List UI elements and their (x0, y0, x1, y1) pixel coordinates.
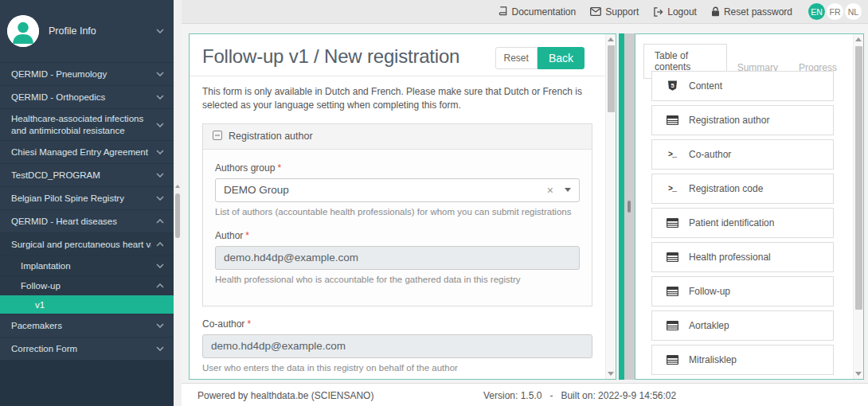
scroll-down-arrow[interactable] (855, 372, 862, 376)
required-marker: * (277, 162, 281, 174)
language-pill-en[interactable]: EN (808, 3, 825, 20)
logout-icon (653, 7, 663, 17)
version-text: Version: 1.5.0 (483, 390, 542, 401)
version-info: Version: 1.5.0 - Built on: 2022-9-9 14:5… (483, 390, 676, 401)
table-icon (666, 115, 678, 125)
topbar-link-documentation[interactable]: Documentation (498, 6, 577, 18)
language-pill-fr[interactable]: FR (827, 3, 843, 20)
sidebar-item-belgian-pilot-spine-registry[interactable]: Belgian Pilot Spine Registry (0, 186, 174, 209)
chevron-down-icon (156, 196, 164, 201)
profile-label: Profile Info (49, 25, 151, 37)
form-scroll-thumb[interactable] (608, 45, 615, 112)
version-separator: - (549, 390, 553, 401)
sidebar-item-label: Follow-up (21, 281, 151, 291)
reset-button[interactable]: Reset (495, 47, 538, 69)
sidebar-scroll-thumb[interactable] (175, 193, 180, 238)
toc-item-patient-identification[interactable]: Patient identification (651, 208, 834, 238)
toc-list: 5ContentRegistration author>_Co-author>_… (651, 71, 834, 378)
sidebar-item-profile-info[interactable]: Profile Info (0, 0, 174, 62)
sidebar-item-label: Belgian Pilot Spine Registry (11, 193, 151, 203)
chevron-down-icon (156, 323, 164, 328)
toc-item-health-professional[interactable]: Health professional (651, 242, 834, 272)
toc-item-label: Co-author (689, 149, 731, 160)
topbar-link-label: Logout (667, 6, 697, 18)
sidebar-item-label: QERMID - Heart diseases (11, 217, 151, 226)
topbar: DocumentationSupportLogoutReset password… (182, 0, 868, 24)
authors-group-select[interactable]: DEMO Group × (215, 178, 580, 202)
sidebar-item-label: Surgical and percutaneous heart valves (11, 240, 151, 249)
toc-item-registration-code[interactable]: >_Registration code (651, 174, 834, 204)
sidebar-item-v1[interactable]: v1 (0, 295, 174, 314)
scroll-up-arrow[interactable] (608, 37, 614, 41)
form-language-notice: This form is only available in Dutch and… (202, 85, 592, 113)
co-author-value: demo.hd4dp@example.com (211, 340, 346, 352)
topbar-link-reset-password[interactable]: Reset password (711, 6, 792, 18)
toc-scrollbar[interactable] (853, 34, 863, 379)
co-author-help: User who enters the data in this registr… (202, 363, 592, 373)
table-icon (666, 321, 678, 330)
chevron-up-icon (156, 219, 164, 224)
sidebar-item-surgical-and-percutaneous-heart-valves[interactable]: Surgical and percutaneous heart valves (0, 232, 174, 256)
clear-selection-icon[interactable]: × (547, 184, 553, 197)
language-switcher: ENFRNL (807, 3, 862, 20)
toc-item-mitralisklep[interactable]: Mitralisklep (651, 345, 834, 375)
splitter-grip-handle[interactable] (628, 201, 631, 213)
chevron-down-icon (156, 123, 164, 127)
sidebar-item-label: Chiesi Managed Entry Agreement (11, 147, 151, 157)
scroll-up-arrow[interactable] (175, 185, 180, 188)
toc-item-co-author[interactable]: >_Co-author (651, 139, 834, 170)
toc-item-content[interactable]: 5Content (651, 71, 834, 101)
powered-by-text: Powered by healthdata.be (SCIENSANO) (197, 390, 373, 401)
sidebar-item-pacemakers[interactable]: Pacemakers (0, 314, 174, 337)
panel-splitter-accent[interactable] (619, 33, 624, 380)
sidebar-item-qermid-pneumology[interactable]: QERMID - Pneumology (0, 62, 174, 85)
sidebar-item-qermid-orthopedics[interactable]: QERMID - Orthopedics (0, 85, 174, 108)
table-icon (666, 355, 678, 365)
sidebar: Profile Info QERMID - PneumologyQERMID -… (0, 0, 174, 406)
sidebar-item-chiesi-managed-entry-agreement[interactable]: Chiesi Managed Entry Agreement (0, 140, 174, 163)
caret-down-icon[interactable] (565, 188, 571, 192)
registration-author-section: Registration author Authors group* DEMO … (202, 123, 592, 306)
scroll-up-arrow[interactable] (855, 37, 862, 41)
form-header: Follow-up v1 / New registration Reset Ba… (190, 34, 605, 76)
form-scrollbar[interactable] (605, 34, 616, 379)
back-button[interactable]: Back (538, 47, 585, 69)
sidebar-item-qermid-heart-diseases[interactable]: QERMID - Heart diseases (0, 209, 174, 232)
panel-splitter[interactable] (624, 33, 635, 380)
toc-item-aortaklep[interactable]: Aortaklep (651, 310, 834, 341)
table-of-contents-panel: Table of contents Summary Progress 5Cont… (635, 33, 864, 380)
chevron-down-icon (156, 173, 164, 178)
sidebar-item-testdcd-program[interactable]: TestDCD_PROGRAM (0, 163, 174, 186)
form-panel: Follow-up v1 / New registration Reset Ba… (189, 33, 616, 380)
topbar-link-label: Support (605, 6, 639, 18)
author-value: demo.hd4dp@example.com (224, 252, 358, 264)
terminal-icon: >_ (666, 150, 678, 159)
sidebar-item-implantation[interactable]: Implantation (0, 256, 174, 275)
sidebar-nav: QERMID - PneumologyQERMID - OrthopedicsH… (0, 62, 174, 360)
sidebar-item-label: Correction Form (11, 344, 151, 353)
sidebar-item-correction-form[interactable]: Correction Form (0, 337, 174, 360)
footer: Powered by healthdata.be (SCIENSANO) Ver… (182, 383, 868, 406)
lock-icon (711, 6, 720, 17)
topbar-link-support[interactable]: Support (590, 6, 639, 18)
topbar-link-label: Reset password (724, 6, 792, 18)
sidebar-scrollbar[interactable] (174, 0, 182, 406)
sidebar-item-follow-up[interactable]: Follow-up (0, 275, 174, 295)
table-icon (666, 252, 678, 262)
workspace: Follow-up v1 / New registration Reset Ba… (182, 25, 868, 383)
sidebar-item-label: Implantation (21, 261, 151, 271)
chevron-up-icon (156, 242, 164, 247)
section-collapse-header[interactable]: Registration author (203, 124, 592, 150)
chevron-down-icon (156, 29, 164, 33)
language-pill-nl[interactable]: NL (845, 3, 862, 20)
toc-item-registration-author[interactable]: Registration author (651, 105, 834, 135)
authors-group-label: Authors group* (215, 162, 580, 174)
authors-group-help: List of authors (accountable health prof… (215, 207, 580, 217)
co-author-field: demo.hd4dp@example.com (202, 334, 592, 358)
sidebar-item-healthcare-associated-infections-and-antimicrobial-resistance[interactable]: Healthcare-associated infections and ant… (0, 108, 174, 140)
scroll-down-arrow[interactable] (608, 372, 614, 376)
topbar-link-logout[interactable]: Logout (653, 6, 697, 18)
toc-scroll-thumb[interactable] (855, 46, 862, 310)
toc-item-label: Follow-up (689, 286, 730, 297)
toc-item-follow-up[interactable]: Follow-up (651, 276, 834, 306)
